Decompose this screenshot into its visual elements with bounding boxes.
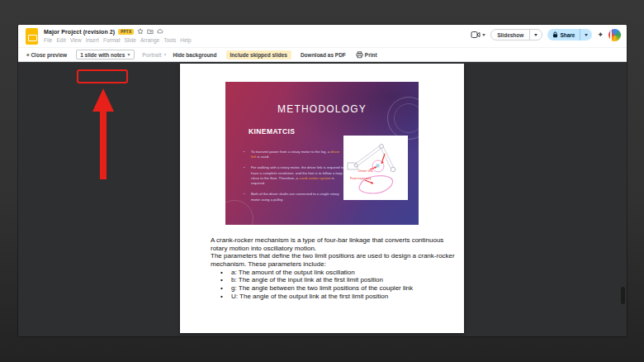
pptx-badge: PPTX [118, 29, 134, 35]
menu-item[interactable]: Edit [56, 37, 65, 43]
slide-bullet: To transmit power from a rotary motor to… [244, 150, 344, 160]
header-actions: Slideshow Share ✦ [471, 27, 621, 42]
slide-bullet-list: To transmit power from a rotary motor to… [244, 150, 344, 208]
chevron-down-icon [128, 54, 130, 55]
layout-dropdown-value: 1 slide with notes [80, 52, 125, 58]
hide-background-button[interactable]: Hide background [173, 52, 216, 58]
vertical-scrollbar-thumb[interactable] [621, 287, 625, 304]
slide-bullet: For walking with a rotary motor, the dri… [244, 165, 344, 186]
star-icon[interactable] [137, 28, 144, 35]
chevron-down-icon [164, 54, 167, 55]
menu-item[interactable]: Help [180, 37, 191, 43]
slideshow-split-button: Slideshow [490, 29, 542, 40]
menu-bar: FileEditViewInsertFormatSlideArrangeTool… [44, 37, 192, 43]
slide-heading: KINEMATCIS [249, 127, 295, 136]
chevron-down-icon [534, 34, 537, 36]
cloud-status-icon[interactable] [157, 28, 163, 35]
diagram-label-foot-trajectory: Foot trajectory [350, 176, 372, 180]
menu-item[interactable]: File [44, 37, 52, 43]
slideshow-dropdown-button[interactable] [529, 30, 542, 40]
print-button-label: Print [365, 52, 377, 58]
close-preview-button[interactable]: « Close preview [26, 52, 67, 58]
chevron-down-icon [482, 34, 485, 36]
download-as-pdf-button[interactable]: Download as PDF [301, 52, 346, 58]
layout-dropdown[interactable]: 1 slide with notes [76, 50, 135, 60]
avatar-photo [610, 29, 612, 45]
present-to-meeting-button[interactable] [471, 31, 485, 39]
menu-item[interactable]: Tools [163, 37, 176, 43]
menu-item[interactable]: Format [103, 37, 121, 43]
document-title[interactable]: Major Project (revision 2) [44, 29, 115, 35]
lock-icon [552, 31, 558, 38]
orientation-dropdown: Portrait [142, 52, 167, 58]
share-button-label: Share [560, 32, 575, 38]
share-split-button: Share [547, 29, 592, 40]
desktop-background: Major Project (revision 2) PPTX FileEdit… [0, 0, 644, 362]
notes-bullet: b: The angle of the input link at the fi… [211, 276, 457, 284]
linkage-diagram: Driver link Foot trajectory [343, 136, 408, 200]
menu-item[interactable]: Insert [86, 37, 99, 43]
print-preview-toolbar: « Close preview 1 slide with notes Portr… [18, 47, 627, 62]
orientation-value: Portrait [142, 52, 161, 58]
title-row: Major Project (revision 2) PPTX [44, 27, 163, 36]
google-slides-logo-icon[interactable] [26, 28, 38, 45]
notes-bullet-list: a: The amount of the output link oscilla… [211, 269, 457, 301]
notes-bullet: a: The amount of the output link oscilla… [211, 269, 457, 277]
notes-paragraph: The parameters that define the two limit… [211, 252, 457, 268]
diagram-label-driver-link: Driver link [358, 169, 373, 173]
speaker-notes: A crank-rocker mechanism is a type of fo… [211, 236, 457, 300]
move-folder-icon[interactable] [147, 28, 154, 35]
slide-title: METHODOLOGY [225, 103, 419, 115]
annotation-arrow-shaft [100, 110, 107, 179]
include-skipped-slides-toggle[interactable]: Include skipped slides [226, 50, 291, 60]
app-header: Major Project (revision 2) PPTX FileEdit… [18, 25, 627, 47]
slide-bullet: Both of the driver shafts are connected … [244, 192, 344, 202]
slide-thumbnail: METHODOLOGY KINEMATCIS To transmit power… [225, 82, 419, 225]
notes-bullet: g: The angle between the two limit posit… [211, 284, 457, 293]
menu-item[interactable]: Slide [125, 37, 136, 43]
share-dropdown-button[interactable] [580, 29, 592, 40]
menu-item[interactable]: Arrange [140, 37, 159, 43]
account-avatar[interactable] [608, 29, 621, 41]
share-button[interactable]: Share [547, 31, 580, 38]
chevron-down-icon [585, 34, 588, 36]
menu-item[interactable]: View [70, 37, 82, 43]
slideshow-button[interactable]: Slideshow [491, 32, 529, 38]
notes-paragraph: A crank-rocker mechanism is a type of fo… [211, 236, 457, 252]
sparkle-icon[interactable]: ✦ [597, 31, 604, 39]
annotation-arrow-head [92, 88, 114, 112]
meet-camera-icon [471, 31, 481, 39]
printer-icon [356, 51, 363, 59]
slides-print-preview-window: Major Project (revision 2) PPTX FileEdit… [18, 25, 627, 336]
print-button[interactable]: Print [356, 51, 377, 59]
printed-page: METHODOLOGY KINEMATCIS To transmit power… [180, 64, 464, 333]
notes-bullet: U: The angle of the output link at the f… [211, 293, 457, 301]
